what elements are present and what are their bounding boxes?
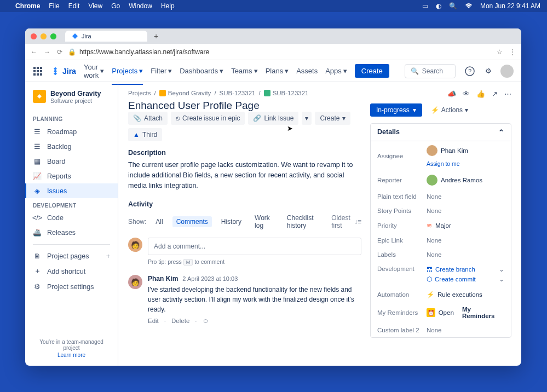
comment-avatar: 🧑 — [128, 275, 142, 289]
user-avatar[interactable] — [500, 65, 514, 78]
comment-author[interactable]: Phan Kim — [148, 275, 178, 283]
sidebar-project-settings[interactable]: ⚙Project settings — [25, 279, 118, 294]
tab-all[interactable]: All — [152, 216, 166, 227]
detail-plain[interactable]: Plain text field None — [371, 189, 511, 204]
search-icon[interactable]: 🔍 — [449, 2, 457, 10]
nav-assets[interactable]: Assets — [296, 63, 318, 79]
clock[interactable]: Mon Jun 22 9:41 AM — [480, 2, 540, 10]
nav-apps[interactable]: Apps▾ — [325, 63, 347, 79]
create-sub-button[interactable]: Create▾ — [315, 112, 350, 125]
minimize-window-icon[interactable] — [41, 33, 47, 39]
create-commit[interactable]: ⬡Create commit⌄ — [427, 275, 504, 283]
details-header[interactable]: Details ⌃ — [371, 124, 511, 141]
sidebar-roadmap[interactable]: ☰Roadmap — [25, 124, 118, 139]
maximize-window-icon[interactable] — [50, 33, 56, 39]
link-issue-dropdown[interactable]: ▾ — [302, 112, 312, 125]
menu-go[interactable]: Go — [111, 2, 120, 10]
battery-icon[interactable]: ▭ — [422, 2, 428, 10]
app-name[interactable]: Chrome — [15, 2, 40, 10]
sidebar-board[interactable]: ▦Board — [25, 154, 118, 169]
toggle-icon[interactable]: ◐ — [436, 2, 441, 10]
detail-custom2[interactable]: Custom label 2 None — [371, 323, 511, 337]
forward-button[interactable]: → — [44, 48, 50, 56]
link-issue-button[interactable]: 🔗Link Issue — [248, 112, 298, 125]
comment-delete[interactable]: Delete — [171, 318, 189, 324]
sidebar-code[interactable]: </>Code — [25, 211, 118, 225]
nav-projects[interactable]: Projects▾ — [112, 63, 143, 85]
tab-worklog[interactable]: Work log — [251, 212, 278, 231]
nav-dashboards[interactable]: Dashboards▾ — [180, 63, 223, 79]
settings-icon[interactable]: ⚙ — [482, 65, 495, 78]
more-icon[interactable]: ⋯ — [504, 90, 511, 98]
jira-logo-text: Jira — [62, 67, 76, 76]
project-header[interactable]: Beyond Gravity Software project — [25, 90, 118, 112]
jira-logo[interactable]: Jira — [50, 66, 76, 76]
detail-labels[interactable]: Labels None — [371, 247, 511, 262]
bookmark-icon[interactable]: ☆ — [497, 48, 503, 56]
detail-reminders[interactable]: My Reminders ⏰Open My Reminders — [371, 302, 511, 323]
watch-icon[interactable]: 👁 — [463, 90, 470, 98]
detail-reporter[interactable]: Reporter Andres Ramos — [371, 171, 511, 189]
nav-plans[interactable]: Plans▾ — [266, 63, 289, 79]
tab-comments[interactable]: Comments — [172, 216, 212, 227]
create-branch[interactable]: 𝌗Create branch⌄ — [427, 266, 504, 273]
like-icon[interactable]: 👍 — [476, 90, 485, 98]
status-button[interactable]: In-progress▾ — [370, 103, 422, 117]
search-input[interactable]: 🔍 Search — [405, 64, 456, 78]
description-text[interactable]: The current user profile page lacks cust… — [128, 160, 361, 191]
svg-rect-1 — [37, 67, 39, 69]
comment-react-icon[interactable]: ☺ — [202, 318, 209, 324]
detail-epic[interactable]: Epic Link None — [371, 233, 511, 247]
assign-to-me[interactable]: Assign to me — [427, 160, 460, 167]
sidebar-issues[interactable]: ◈Issues — [25, 183, 118, 198]
breadcrumb-projects[interactable]: Projects — [128, 90, 151, 96]
app-switcher-icon[interactable] — [33, 66, 43, 76]
nav-your-work[interactable]: Your work▾ — [84, 63, 104, 79]
tab-checklist[interactable]: Checklist history — [283, 212, 326, 231]
create-epic-button[interactable]: ⎋Create issue in epic — [171, 112, 245, 125]
create-button[interactable]: Create — [355, 64, 389, 78]
browser-tab[interactable]: Jira — [65, 31, 147, 42]
reload-button[interactable]: ⟳ — [57, 48, 62, 56]
menu-help[interactable]: Help — [161, 2, 175, 10]
add-page-icon[interactable]: + — [106, 252, 110, 260]
new-tab-button[interactable]: + — [154, 32, 158, 41]
sidebar-add-shortcut[interactable]: ＋Add shortcut — [25, 263, 118, 279]
breadcrumb-issue[interactable]: SUB-123321 — [264, 90, 309, 96]
actions-menu[interactable]: ⚡Actions▾ — [427, 103, 473, 117]
nav-teams[interactable]: Teams▾ — [231, 63, 257, 79]
detail-automation[interactable]: Automation ⚡Rule executions — [371, 287, 511, 302]
nav-filter[interactable]: Filter▾ — [151, 63, 172, 79]
sidebar-backlog[interactable]: ☰Backlog — [25, 139, 118, 154]
attach-button[interactable]: 📎Attach — [128, 112, 168, 125]
comment-input[interactable]: Add a comment... — [148, 238, 361, 255]
comment-edit[interactable]: Edit — [148, 318, 159, 324]
issue-title[interactable]: Enhanced User Profile Page — [128, 100, 361, 112]
sidebar-project-pages[interactable]: 🗎Project pages+ — [25, 249, 118, 263]
share-icon[interactable]: ↗ — [492, 90, 498, 98]
menu-view[interactable]: View — [88, 2, 102, 10]
tab-history[interactable]: History — [217, 216, 245, 227]
help-icon[interactable]: ? — [463, 65, 476, 78]
breadcrumb-parent[interactable]: SUB-123321 — [220, 90, 256, 96]
breadcrumb-project[interactable]: Beyond Gravity — [159, 90, 211, 96]
sidebar-learn-more[interactable]: Learn more — [31, 352, 112, 358]
detail-story[interactable]: Story Points None — [371, 204, 511, 218]
detail-priority[interactable]: Priority ≋Major — [371, 218, 511, 233]
search-icon: 🔍 — [411, 67, 419, 75]
feedback-icon[interactable]: 📣 — [447, 90, 456, 98]
close-window-icon[interactable] — [31, 33, 37, 39]
menu-edit[interactable]: Edit — [68, 2, 80, 10]
browser-menu-icon[interactable]: ⋮ — [509, 48, 516, 56]
sidebar-releases[interactable]: 🚢Releases — [25, 225, 118, 240]
url-field[interactable]: 🔒 https://www.bancly.atlassian.net/jira/… — [68, 48, 491, 56]
back-button[interactable]: ← — [31, 48, 37, 56]
third-button[interactable]: ▲Third — [128, 128, 162, 141]
detail-assignee[interactable]: Assignee Phan Kim Assign to me — [371, 141, 511, 171]
wifi-icon[interactable] — [465, 3, 473, 9]
window-controls[interactable] — [31, 33, 56, 39]
menu-window[interactable]: Window — [129, 2, 152, 10]
sidebar-reports[interactable]: 📈Reports — [25, 169, 118, 183]
menu-file[interactable]: File — [49, 2, 59, 10]
sort-button[interactable]: Oldest first↓≡ — [331, 214, 361, 229]
